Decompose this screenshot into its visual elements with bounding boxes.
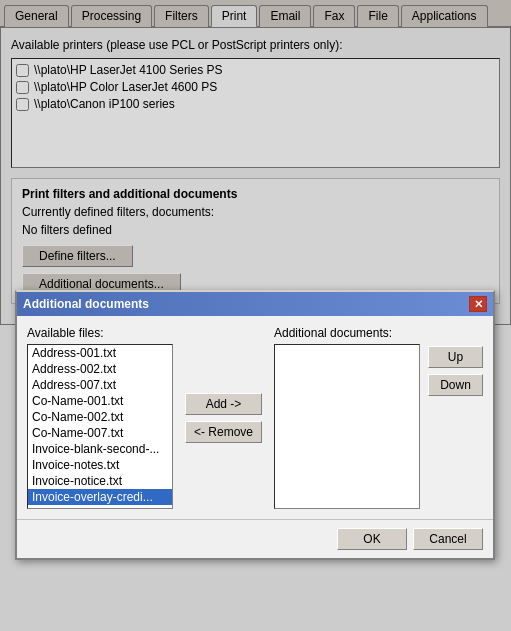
add-button[interactable]: Add ->: [185, 393, 262, 415]
up-down-column: Up Down: [428, 326, 483, 509]
modal-columns: Available files: Address-001.txtAddress-…: [27, 326, 483, 509]
file-list-item[interactable]: Invoice-notice.txt: [28, 473, 172, 489]
file-list-item[interactable]: Co-Name-001.txt: [28, 393, 172, 409]
additional-docs-column: Additional documents:: [274, 326, 420, 509]
modal-title: Additional documents: [23, 297, 149, 311]
add-remove-column: Add -> <- Remove: [181, 326, 266, 509]
cancel-button[interactable]: Cancel: [413, 528, 483, 550]
up-button[interactable]: Up: [428, 346, 483, 368]
remove-button[interactable]: <- Remove: [185, 421, 262, 443]
additional-documents-modal: Additional documents ✕ Available files: …: [15, 290, 495, 560]
modal-body: Available files: Address-001.txtAddress-…: [17, 316, 493, 519]
available-files-column: Available files: Address-001.txtAddress-…: [27, 326, 173, 509]
down-button[interactable]: Down: [428, 374, 483, 396]
file-list-item[interactable]: Invoice-notes.txt: [28, 457, 172, 473]
modal-close-button[interactable]: ✕: [469, 296, 487, 312]
file-list-item[interactable]: Invoice-please-remit.t...: [28, 505, 172, 509]
file-list-item[interactable]: Address-002.txt: [28, 361, 172, 377]
close-icon: ✕: [474, 298, 483, 311]
modal-footer: OK Cancel: [17, 519, 493, 558]
available-files-label: Available files:: [27, 326, 173, 340]
ok-button[interactable]: OK: [337, 528, 407, 550]
file-list-item[interactable]: Invoice-overlay-credi...: [28, 489, 172, 505]
file-list-item[interactable]: Address-001.txt: [28, 345, 172, 361]
available-files-listbox[interactable]: Address-001.txtAddress-002.txtAddress-00…: [27, 344, 173, 509]
file-list-item[interactable]: Co-Name-007.txt: [28, 425, 172, 441]
file-list-item[interactable]: Address-007.txt: [28, 377, 172, 393]
additional-docs-listbox[interactable]: [274, 344, 420, 509]
file-list-item[interactable]: Co-Name-002.txt: [28, 409, 172, 425]
additional-docs-label: Additional documents:: [274, 326, 420, 340]
modal-titlebar: Additional documents ✕: [17, 292, 493, 316]
file-list-item[interactable]: Invoice-blank-second-...: [28, 441, 172, 457]
